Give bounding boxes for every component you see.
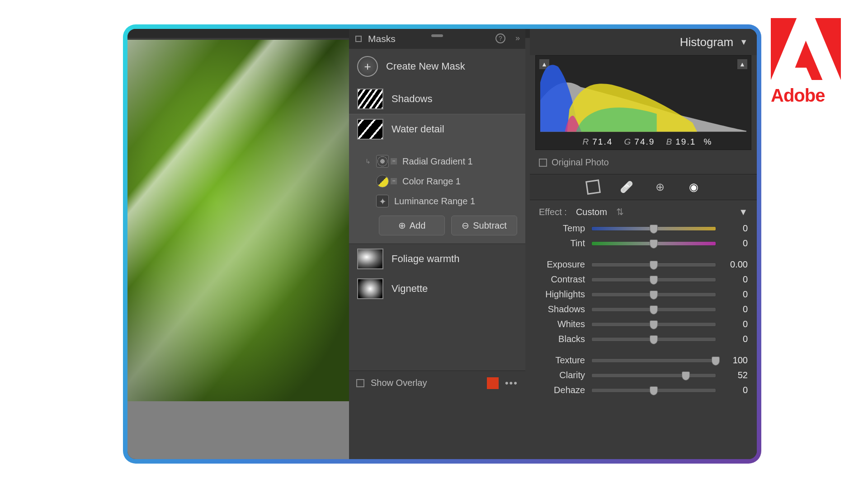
original-photo-toggle[interactable]: Original Photo [530,155,757,174]
slider-label: Clarity [539,370,585,380]
slider-knob[interactable] [650,291,658,300]
slider-texture[interactable]: Texture100 [530,353,757,368]
mask-item-water-detail[interactable]: Water detail ↳ − Radial Gradient 1 − Col… [349,114,525,244]
slider-knob[interactable] [682,371,690,380]
sub-mask-color-range[interactable]: − Color Range 1 [365,171,517,191]
slider-label: Contrast [539,274,585,285]
mask-thumbnail [357,89,383,109]
slider-knob[interactable] [650,225,658,234]
slider-contrast[interactable]: Contrast0 [530,272,757,287]
photo-canvas[interactable] [127,40,349,459]
slider-label: Tint [539,238,585,249]
canvas-background [127,401,349,459]
slider-value: 0 [722,304,748,314]
mask-thumbnail [357,249,383,269]
pin-icon[interactable] [355,36,362,42]
slider-value: 100 [722,355,748,366]
healing-tool-icon[interactable]: 🩹 [620,180,633,194]
slider-value: 52 [722,370,748,380]
subtract-badge-icon: − [391,158,397,164]
rgb-readout: R71.4 G74.9 B19.1 % [536,137,751,147]
slider-track[interactable] [591,263,716,267]
effect-header[interactable]: Effect : Custom ⇅ ▼ [530,200,757,221]
collapse-icon[interactable]: » [515,33,520,43]
slider-whites[interactable]: Whites0 [530,317,757,332]
add-mask-button[interactable]: ⊕ Add [379,216,445,235]
slider-label: Whites [539,319,585,329]
slider-label: Texture [539,355,585,366]
more-options-icon[interactable]: ••• [505,377,518,389]
slider-track[interactable] [591,226,716,231]
slider-temp[interactable]: Temp0 [530,221,757,236]
slider-blacks[interactable]: Blacks0 [530,332,757,347]
masking-tool-icon[interactable]: ◉ [687,180,700,194]
indent-arrow-icon: ↳ [365,158,371,165]
overlay-controls: Show Overlay ••• [349,371,525,395]
slider-knob[interactable] [650,261,658,270]
effect-preset[interactable]: Custom [576,207,607,217]
histogram-header[interactable]: Histogram ▼ [530,29,757,55]
slider-track[interactable] [591,358,716,363]
overlay-color-swatch[interactable] [487,377,499,389]
slider-label: Shadows [539,304,585,314]
slider-knob[interactable] [650,320,658,329]
create-new-mask-button[interactable]: + Create New Mask [349,49,525,84]
photo-image [127,40,349,401]
help-icon[interactable]: ? [495,33,505,43]
mask-thumbnail [357,119,383,140]
crop-tool-icon[interactable] [586,180,600,194]
app-window: Masks ? » + Create New Mask Shadows Wate… [123,24,761,464]
slider-track[interactable] [591,337,716,342]
slider-tint[interactable]: Tint0 [530,236,757,251]
mask-item-vignette[interactable]: Vignette [349,274,525,304]
slider-value: 0 [722,238,748,249]
slider-track[interactable] [591,388,716,393]
preset-updown-icon[interactable]: ⇅ [616,206,624,217]
triangle-down-icon[interactable]: ▼ [739,207,748,217]
slider-knob[interactable] [650,239,658,249]
masks-panel-header[interactable]: Masks ? » [349,29,525,49]
luminance-range-icon [376,195,389,207]
slider-knob[interactable] [650,335,658,344]
show-overlay-checkbox[interactable] [356,379,364,387]
slider-track[interactable] [591,373,716,378]
mask-item-shadows[interactable]: Shadows [349,84,525,114]
masks-panel: Masks ? » + Create New Mask Shadows Wate… [349,29,525,395]
right-panel: Histogram ▼ ▲ ▲ R71.4 G74.9 B19.1 % [530,29,757,459]
slider-knob[interactable] [650,386,658,395]
slider-exposure[interactable]: Exposure0.00 [530,257,757,272]
slider-label: Blacks [539,334,585,344]
sub-mask-luminance-range[interactable]: Luminance Range 1 [365,191,517,211]
mask-thumbnail [357,278,383,299]
slider-track[interactable] [591,277,716,282]
slider-track[interactable] [591,292,716,297]
slider-track[interactable] [591,307,716,312]
sub-mask-radial-gradient[interactable]: ↳ − Radial Gradient 1 [365,151,517,171]
plus-icon: + [357,56,378,77]
masks-title: Masks [368,33,396,44]
original-photo-checkbox[interactable] [539,159,547,167]
slider-label: Dehaze [539,385,585,395]
radial-gradient-icon [376,155,389,168]
slider-dehaze[interactable]: Dehaze0 [530,383,757,398]
slider-clarity[interactable]: Clarity52 [530,368,757,383]
mask-sub-items: ↳ − Radial Gradient 1 − Color Range 1 Lu… [357,151,517,235]
add-icon: ⊕ [398,220,406,231]
slider-label: Highlights [539,289,585,300]
histogram-chart[interactable]: ▲ ▲ R71.4 G74.9 B19.1 % [535,55,751,150]
redeye-tool-icon[interactable]: ⊕ [653,180,667,194]
slider-track[interactable] [591,322,716,327]
mask-item-foliage-warmth[interactable]: Foliage warmth [349,244,525,274]
slider-knob[interactable] [712,357,720,366]
slider-value: 0 [722,334,748,344]
slider-track[interactable] [591,241,716,246]
slider-knob[interactable] [650,305,658,314]
slider-shadows[interactable]: Shadows0 [530,302,757,317]
drag-handle-icon[interactable] [431,34,443,37]
subtract-mask-button[interactable]: ⊖ Subtract [451,216,517,235]
slider-value: 0 [722,385,748,395]
slider-value: 0 [722,274,748,285]
color-range-icon [376,175,389,188]
slider-knob[interactable] [650,276,658,285]
slider-highlights[interactable]: Highlights0 [530,287,757,302]
